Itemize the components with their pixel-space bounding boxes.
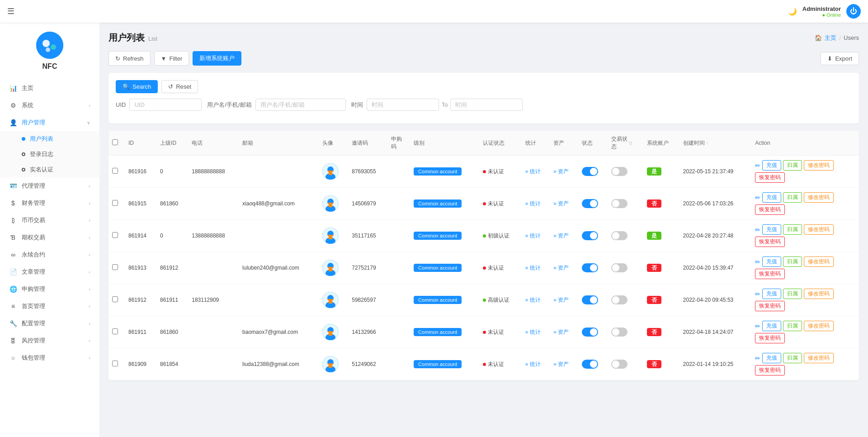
sidebar-item-agent-mgmt[interactable]: 🪪 代理管理 ‹ [0, 177, 99, 195]
assign-button[interactable]: 归属 [783, 289, 802, 299]
assign-button[interactable]: 归属 [783, 256, 802, 267]
sidebar-item-config-mgmt[interactable]: 🔧 配置管理 ‹ [0, 315, 99, 332]
state-toggle[interactable] [582, 231, 598, 240]
assign-button[interactable]: 归属 [783, 192, 802, 203]
restore-pwd-button[interactable]: 恢复密码 [755, 301, 785, 311]
stat-link[interactable]: » 统计 [525, 233, 541, 239]
theme-toggle-icon[interactable]: 🌙 [788, 7, 797, 16]
sidebar-item-login-log[interactable]: 登录日志 [0, 147, 99, 162]
row-checkbox[interactable] [112, 200, 118, 206]
export-button[interactable]: ⬇ Export [821, 52, 859, 65]
restore-pwd-button[interactable]: 恢复密码 [755, 172, 785, 183]
row-checkbox[interactable] [112, 264, 118, 270]
power-button[interactable]: ⏻ [846, 4, 861, 19]
search-button[interactable]: 🔍 Search [116, 80, 158, 93]
edit-icon[interactable]: ✏ [755, 226, 760, 233]
restore-pwd-button[interactable]: 恢复密码 [755, 269, 785, 279]
row-checkbox[interactable] [112, 168, 118, 174]
menu-toggle-icon[interactable]: ☰ [7, 6, 14, 16]
asset-link[interactable]: » 资产 [553, 297, 569, 303]
change-pwd-button[interactable]: 修改密码 [804, 256, 834, 267]
change-pwd-button[interactable]: 修改密码 [804, 321, 834, 331]
asset-link[interactable]: » 资产 [553, 265, 569, 271]
asset-link[interactable]: » 资产 [553, 200, 569, 207]
reset-button[interactable]: ↺ Reset [161, 80, 198, 93]
trade-state-toggle[interactable] [611, 295, 627, 304]
select-all-checkbox[interactable] [112, 139, 118, 145]
edit-icon[interactable]: ✏ [755, 194, 760, 201]
sidebar-item-finance-mgmt[interactable]: $ 财务管理 ‹ [0, 195, 99, 212]
state-toggle[interactable] [582, 328, 598, 337]
sidebar-item-article-mgmt[interactable]: 📄 文章管理 ‹ [0, 263, 99, 280]
recharge-button[interactable]: 充值 [762, 321, 781, 331]
recharge-button[interactable]: 充值 [762, 192, 781, 203]
state-toggle[interactable] [582, 199, 598, 208]
stat-link[interactable]: » 统计 [525, 329, 541, 335]
restore-pwd-button[interactable]: 恢复密码 [755, 204, 785, 215]
refresh-button[interactable]: ↻ Refresh [108, 51, 151, 66]
sidebar-item-real-name[interactable]: 实名认证 [0, 162, 99, 177]
change-pwd-button[interactable]: 修改密码 [804, 192, 834, 203]
sidebar-item-options-trade[interactable]: Ɓ 期权交易 ‹ [0, 229, 99, 246]
state-toggle[interactable] [582, 295, 598, 304]
sidebar-item-risk-control[interactable]: 🎛 风控管理 ‹ [0, 332, 99, 349]
row-checkbox[interactable] [112, 328, 118, 334]
change-pwd-button[interactable]: 修改密码 [804, 160, 834, 171]
row-checkbox[interactable] [112, 361, 118, 366]
trade-state-toggle[interactable] [611, 167, 627, 176]
edit-icon[interactable]: ✏ [755, 258, 760, 266]
state-toggle[interactable] [582, 167, 598, 176]
sidebar-item-homepage-mgmt[interactable]: ≡ 首页管理 ‹ [0, 298, 99, 315]
assign-button[interactable]: 归属 [783, 224, 802, 235]
sidebar-item-wallet-mgmt[interactable]: ○ 钱包管理 ‹ [0, 349, 99, 366]
recharge-button[interactable]: 充值 [762, 256, 781, 267]
change-pwd-button[interactable]: 修改密码 [804, 224, 834, 235]
asset-link[interactable]: » 资产 [553, 329, 569, 335]
trade-state-toggle[interactable] [611, 360, 627, 369]
sidebar-item-system[interactable]: ⚙ 系统 ‹ [0, 97, 99, 114]
trade-state-toggle[interactable] [611, 328, 627, 337]
asset-link[interactable]: » 资产 [553, 233, 569, 239]
state-toggle[interactable] [582, 263, 598, 272]
state-toggle[interactable] [582, 360, 598, 369]
recharge-button[interactable]: 充值 [762, 289, 781, 299]
edit-icon[interactable]: ✏ [755, 162, 760, 169]
restore-pwd-button[interactable]: 恢复密码 [755, 237, 785, 247]
time-to-input[interactable] [450, 99, 523, 111]
stat-link[interactable]: » 统计 [525, 168, 541, 175]
uid-input[interactable] [129, 99, 202, 111]
trade-state-toggle[interactable] [611, 263, 627, 272]
sidebar-item-home[interactable]: 📊 主页 [0, 80, 99, 97]
sidebar-item-coin-trade[interactable]: ₿ 币币交易 ‹ [0, 212, 99, 229]
stat-link[interactable]: » 统计 [525, 265, 541, 271]
change-pwd-button[interactable]: 修改密码 [804, 289, 834, 299]
restore-pwd-button[interactable]: 恢复密码 [755, 365, 785, 375]
asset-link[interactable]: » 资产 [553, 168, 569, 175]
edit-icon[interactable]: ✏ [755, 290, 760, 298]
trade-state-toggle[interactable] [611, 231, 627, 240]
restore-pwd-button[interactable]: 恢复密码 [755, 333, 785, 343]
stat-link[interactable]: » 统计 [525, 297, 541, 303]
filter-button[interactable]: ▼ Filter [154, 51, 189, 66]
row-checkbox[interactable] [112, 296, 118, 302]
edit-icon[interactable]: ✏ [755, 323, 760, 330]
sidebar-item-user-mgmt[interactable]: 👤 用户管理 ∨ [0, 114, 99, 131]
assign-button[interactable]: 归属 [783, 321, 802, 331]
add-system-account-button[interactable]: 新增系统账户 [193, 51, 241, 66]
breadcrumb-home[interactable]: 主页 [825, 34, 836, 42]
asset-link[interactable]: » 资产 [553, 361, 569, 367]
stat-link[interactable]: » 统计 [525, 361, 541, 367]
assign-button[interactable]: 归属 [783, 353, 802, 363]
recharge-button[interactable]: 充值 [762, 160, 781, 171]
time-from-input[interactable] [367, 99, 439, 111]
sidebar-item-perpetual[interactable]: ∞ 永续合约 ‹ [0, 246, 99, 263]
row-checkbox[interactable] [112, 232, 118, 238]
sidebar-item-apply-mgmt[interactable]: 🌐 申购管理 ‹ [0, 280, 99, 298]
assign-button[interactable]: 归属 [783, 160, 802, 171]
edit-icon[interactable]: ✏ [755, 355, 760, 362]
username-input[interactable] [255, 99, 346, 111]
change-pwd-button[interactable]: 修改密码 [804, 353, 834, 363]
stat-link[interactable]: » 统计 [525, 200, 541, 207]
trade-state-toggle[interactable] [611, 199, 627, 208]
sidebar-item-user-list[interactable]: 用户列表 [0, 131, 99, 147]
